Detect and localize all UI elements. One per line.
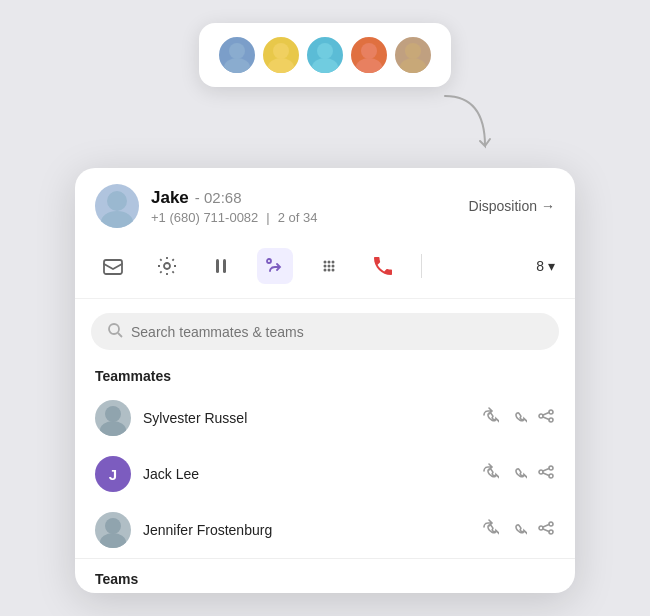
svg-point-18 bbox=[332, 261, 335, 264]
call-header: Jake - 02:68 +1 (680) 711-0082 | 2 of 34… bbox=[75, 168, 575, 240]
merge-icon-jack[interactable] bbox=[537, 463, 555, 485]
svg-point-11 bbox=[101, 211, 133, 228]
teams-section: Teams bbox=[75, 558, 575, 593]
call-icon-sylvester[interactable] bbox=[509, 407, 527, 429]
call-name: Jake - 02:68 bbox=[151, 188, 457, 208]
svg-line-44 bbox=[543, 525, 549, 528]
svg-line-38 bbox=[543, 473, 549, 476]
toolbar: 8 ▾ bbox=[75, 240, 575, 299]
svg-point-1 bbox=[224, 58, 250, 73]
svg-rect-12 bbox=[104, 260, 122, 274]
search-area bbox=[75, 299, 575, 360]
call-position: 2 of 34 bbox=[278, 210, 318, 225]
avatar-group-card bbox=[199, 23, 451, 87]
merge-icon-jennifer[interactable] bbox=[537, 519, 555, 541]
svg-point-0 bbox=[229, 43, 245, 59]
svg-point-7 bbox=[356, 58, 382, 73]
avatar-4 bbox=[349, 35, 389, 75]
contact-name-jennifer: Jennifer Frostenburg bbox=[143, 522, 469, 538]
svg-point-13 bbox=[164, 263, 170, 269]
contact-avatar-jennifer bbox=[95, 512, 131, 548]
contact-actions-jack bbox=[481, 463, 555, 485]
settings-button[interactable] bbox=[149, 248, 185, 284]
contact-name-jack: Jack Lee bbox=[143, 466, 469, 482]
svg-point-25 bbox=[109, 324, 119, 334]
merge-icon-sylvester[interactable] bbox=[537, 407, 555, 429]
svg-point-39 bbox=[105, 518, 121, 534]
svg-point-4 bbox=[317, 43, 333, 59]
svg-point-10 bbox=[107, 191, 127, 211]
svg-rect-14 bbox=[216, 259, 219, 273]
call-icon-jack[interactable] bbox=[509, 463, 527, 485]
teams-section-label: Teams bbox=[75, 563, 575, 593]
svg-point-17 bbox=[328, 261, 331, 264]
arrow-decoration bbox=[435, 91, 495, 161]
svg-point-5 bbox=[312, 58, 338, 73]
search-icon bbox=[107, 322, 123, 341]
search-input[interactable] bbox=[131, 324, 543, 340]
call-plus-icon-jack[interactable] bbox=[481, 463, 499, 485]
disposition-button[interactable]: Disposition → bbox=[469, 198, 555, 214]
phone-number: +1 (680) 711-0082 bbox=[151, 210, 258, 225]
call-icon-jennifer[interactable] bbox=[509, 519, 527, 541]
agents-chevron-icon: ▾ bbox=[548, 258, 555, 274]
svg-point-3 bbox=[268, 58, 294, 73]
call-plus-icon-jennifer[interactable] bbox=[481, 519, 499, 541]
svg-line-32 bbox=[543, 413, 549, 416]
contact-avatar-sylvester bbox=[95, 400, 131, 436]
caller-name-text: Jake bbox=[151, 188, 189, 208]
contact-row: J Jack Lee bbox=[75, 446, 575, 502]
inbox-button[interactable] bbox=[95, 248, 131, 284]
dialpad-button[interactable] bbox=[311, 248, 347, 284]
svg-point-22 bbox=[324, 269, 327, 272]
svg-point-27 bbox=[105, 406, 121, 422]
contact-row: Sylvester Russel bbox=[75, 390, 575, 446]
svg-line-33 bbox=[543, 417, 549, 420]
svg-point-20 bbox=[328, 265, 331, 268]
teammates-section-label: Teammates bbox=[75, 360, 575, 390]
hangup-button[interactable] bbox=[365, 248, 401, 284]
contact-name-sylvester: Sylvester Russel bbox=[143, 410, 469, 426]
svg-point-21 bbox=[332, 265, 335, 268]
contact-row: Jennifer Frostenburg bbox=[75, 502, 575, 558]
svg-line-37 bbox=[543, 469, 549, 472]
call-timer: - 02:68 bbox=[195, 189, 242, 206]
svg-point-19 bbox=[324, 265, 327, 268]
svg-point-24 bbox=[332, 269, 335, 272]
disposition-arrow-icon: → bbox=[541, 198, 555, 214]
separator: | bbox=[266, 210, 269, 225]
disposition-label: Disposition bbox=[469, 198, 537, 214]
svg-rect-15 bbox=[223, 259, 226, 273]
toolbar-divider bbox=[421, 254, 422, 278]
contact-avatar-jack: J bbox=[95, 456, 131, 492]
avatar-1 bbox=[217, 35, 257, 75]
avatar-5 bbox=[393, 35, 433, 75]
svg-point-16 bbox=[324, 261, 327, 264]
main-panel: Jake - 02:68 +1 (680) 711-0082 | 2 of 34… bbox=[75, 168, 575, 593]
position-text: 2 of 34 bbox=[278, 210, 318, 225]
svg-point-8 bbox=[405, 43, 421, 59]
agents-dropdown[interactable]: 8 ▾ bbox=[536, 258, 555, 274]
transfer-button[interactable] bbox=[257, 248, 293, 284]
caller-avatar bbox=[95, 184, 139, 228]
svg-point-28 bbox=[100, 421, 126, 436]
svg-point-6 bbox=[361, 43, 377, 59]
agents-count: 8 bbox=[536, 258, 544, 274]
svg-line-45 bbox=[543, 529, 549, 532]
svg-line-26 bbox=[118, 333, 122, 337]
svg-point-2 bbox=[273, 43, 289, 59]
call-info: Jake - 02:68 +1 (680) 711-0082 | 2 of 34 bbox=[151, 188, 457, 225]
svg-point-9 bbox=[400, 58, 426, 73]
avatar-3 bbox=[305, 35, 345, 75]
svg-point-23 bbox=[328, 269, 331, 272]
search-box bbox=[91, 313, 559, 350]
call-sub: +1 (680) 711-0082 | 2 of 34 bbox=[151, 210, 457, 225]
svg-point-40 bbox=[100, 533, 126, 548]
pause-button[interactable] bbox=[203, 248, 239, 284]
avatar-2 bbox=[261, 35, 301, 75]
contact-actions-sylvester bbox=[481, 407, 555, 429]
call-plus-icon-sylvester[interactable] bbox=[481, 407, 499, 429]
contact-actions-jennifer bbox=[481, 519, 555, 541]
